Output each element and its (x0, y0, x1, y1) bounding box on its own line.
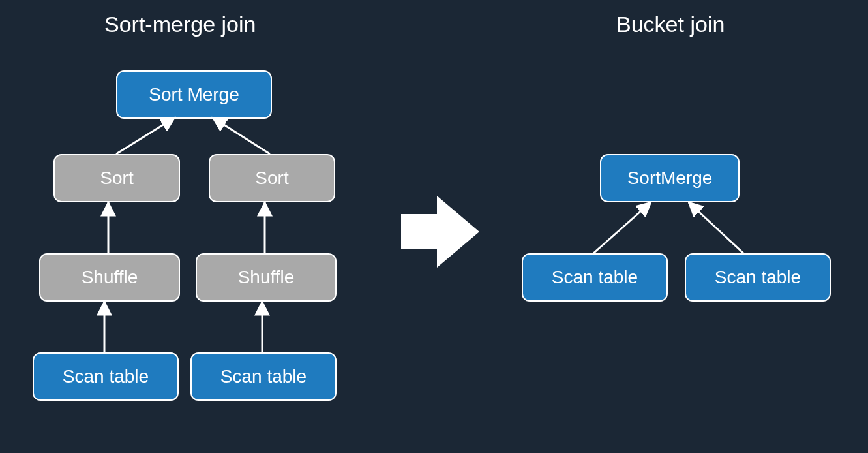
svg-marker-0 (401, 196, 479, 268)
node-scan-right-right: Scan table (685, 253, 831, 302)
node-shuffle-left: Shuffle (39, 253, 180, 302)
svg-line-7 (593, 202, 651, 253)
title-bucket-join: Bucket join (616, 12, 725, 37)
node-sort-right: Sort (209, 154, 335, 202)
node-scan-right-left: Scan table (522, 253, 668, 302)
title-sort-merge-join: Sort-merge join (104, 12, 256, 37)
node-sortmerge-right: SortMerge (600, 154, 740, 202)
node-scan-left: Scan table (33, 352, 179, 401)
svg-line-1 (116, 117, 175, 154)
node-sort-left: Sort (53, 154, 180, 202)
svg-line-2 (213, 117, 270, 154)
node-shuffle-right: Shuffle (196, 253, 337, 302)
node-scan-right: Scan table (190, 352, 337, 401)
svg-line-8 (689, 202, 743, 253)
transition-arrow-icon (401, 196, 479, 268)
node-sort-merge: Sort Merge (116, 70, 272, 119)
